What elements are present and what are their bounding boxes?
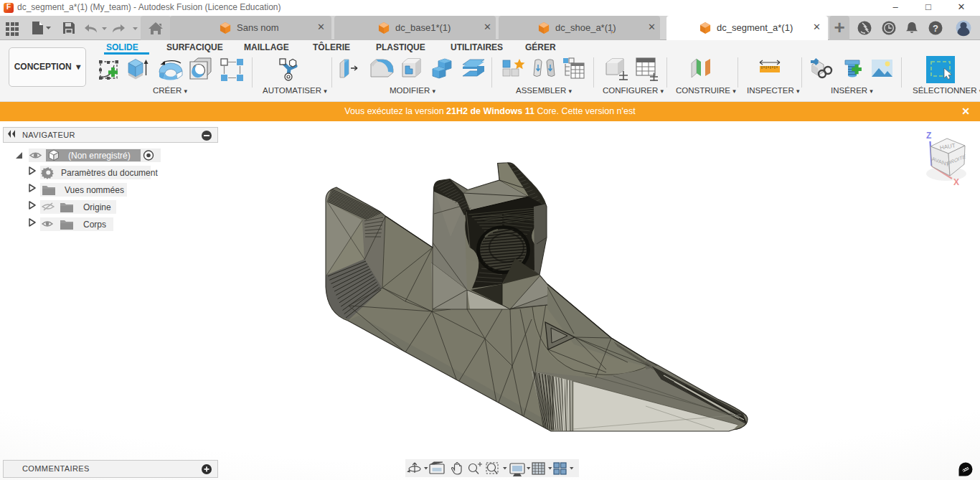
svg-text:?: ?	[933, 23, 938, 34]
svg-text:X: X	[953, 177, 959, 187]
svg-text:Z: Z	[926, 131, 931, 141]
